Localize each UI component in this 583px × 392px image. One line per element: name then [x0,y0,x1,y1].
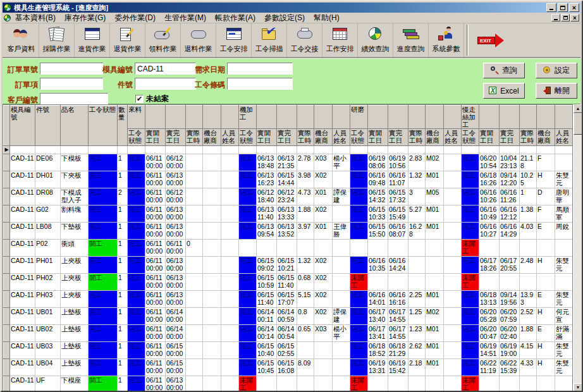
cell-stage1-end[interactable] [277,376,297,392]
cell-stage0-person[interactable] [221,376,239,392]
cell-stage0-end[interactable]: 06/13 00:00 [166,291,186,308]
cell-stage2-status[interactable] [350,240,368,257]
cell-part-no[interactable]: G02 [35,205,61,223]
cell-stage1-end[interactable]: 06/12 23:24 [277,188,297,205]
cell-stage0-status[interactable]: 完工 [128,342,145,359]
cell-stage1-end[interactable]: 06/14 00:59 [277,308,297,325]
empty-cell[interactable] [297,146,314,154]
cell-stage0-machine[interactable] [203,154,221,171]
cell-stage3-start[interactable]: 06/16 10:26 [479,188,500,205]
cell-stage2-hours[interactable]: 2.83 [408,154,426,171]
cell-stage1-start[interactable]: 06/15 10:45 [257,359,277,376]
table-row[interactable]: CAD-11UB01上墊板完工1完工06/11 00:0006/14 00:00… [4,308,573,325]
part-no-input[interactable] [135,78,196,90]
toolbar-button-goods-in[interactable]: 進貨作業 [75,23,110,57]
empty-cell[interactable] [500,146,520,154]
cell-stage1-end[interactable]: 06/15 14:44 [277,171,297,188]
cell-stage0-person[interactable] [221,205,239,223]
cell-stage0-machine[interactable] [203,274,221,291]
cell-stage3-status[interactable]: 完工 [462,359,479,376]
cell-stage0-hours[interactable] [186,325,203,342]
cell-stage2-machine[interactable]: M01 [426,205,444,223]
cell-stage2-status[interactable]: 未開工 [350,376,368,392]
cell-stage3-start[interactable]: 06/19 14:51 [479,342,500,359]
cell-stage1-person[interactable] [333,171,350,188]
toolbar-button-material-return[interactable]: 退料作業 [181,23,216,57]
cell-stage2-hours[interactable]: 2.25 [408,291,426,308]
cell-stage2-end[interactable]: 06/17 14:55 [388,308,408,325]
cell-stage3-hours[interactable] [520,376,537,392]
toolbar-button-material-issue[interactable]: 領料作業 [145,23,181,57]
cell-stage1-machine[interactable]: X02 [314,274,333,291]
cell-stage0-end[interactable]: 06/13 00:00 [166,223,186,240]
cell-stage2-start[interactable]: 06/19 13:31 [368,359,388,376]
cell-stage3-machine[interactable]: H [537,342,555,359]
cell-qty[interactable]: 1 [118,240,128,257]
cell-part-name[interactable]: 上夾板 [61,257,89,274]
cell-stage1-hours[interactable]: 3.97 [297,223,314,240]
cell-stage2-machine[interactable]: M01 [426,291,444,308]
cell-stage0-machine[interactable] [203,257,221,274]
cell-workorder-status[interactable]: 完工 [89,223,118,240]
cell-stage2-end[interactable] [388,274,408,291]
cell-stage0-start[interactable]: 06/11 00:00 [145,274,166,291]
cell-stage3-person[interactable]: 朱雙元 [555,257,573,274]
mdi-close-button[interactable]: × [570,14,579,21]
cell-stage0-person[interactable] [221,274,239,291]
cell-stage2-machine[interactable]: M01 [426,171,444,188]
toolbar-button-exit[interactable]: EXIT [471,23,512,57]
cell-stage1-end[interactable]: 06/13 13:33 [277,205,297,223]
cell-mold-no[interactable]: CAD-11 [10,376,35,392]
cell-stage1-start[interactable]: 06/15 09:02 [257,257,277,274]
cell-stage2-start[interactable] [368,274,388,291]
table-row[interactable]: CAD-11PH02上夾板開工1完工06/11 00:0006/13 00:00… [4,274,573,291]
cell-stage1-person[interactable] [333,257,350,274]
table-row[interactable]: CAD-11DH01下夾板完工1完工06/11 00:0006/13 00:00… [4,171,573,188]
cell-stage2-person[interactable] [444,240,462,257]
cell-stage3-machine[interactable]: F [537,205,555,223]
cell-stage1-person[interactable]: 楊小平 [333,325,350,342]
cell-stage3-end[interactable]: 06/16 11:26 [500,188,520,205]
table-row[interactable]: CAD-11UB04上墊板完工1完工06/11 00:0006/15 00:00… [4,359,573,376]
cell-stage3-person[interactable]: 何元宣 [555,308,573,325]
cell-stage2-start[interactable]: 06/19 08:06 [368,154,388,171]
empty-cell[interactable] [408,146,426,154]
cell-stage1-hours[interactable]: 8.09 [297,359,314,376]
cell-stage3-status[interactable]: 完工 [462,171,479,188]
cell-stage1-end[interactable]: 06/15 10:21 [277,257,297,274]
cell-workorder-status[interactable]: 完工 [89,359,118,376]
cell-stage3-machine[interactable]: H [537,257,555,274]
cell-stage1-status[interactable] [239,240,257,257]
cell-stage1-end[interactable]: 06/15 17:07 [277,291,297,308]
cell-stage2-person[interactable] [444,171,462,188]
row-indicator[interactable] [4,257,10,274]
row-indicator[interactable] [4,171,10,188]
empty-cell[interactable] [203,146,221,154]
mold-no-input[interactable] [135,63,196,75]
cell-stage3-machine[interactable]: H [537,359,555,376]
toolbar-button-workorder-scan[interactable]: ✔工令掃描 [252,23,287,57]
cell-stage1-start[interactable]: 06/13 11:40 [257,205,277,223]
cell-stage0-start[interactable]: 06/11 00:00 [145,171,166,188]
cell-stage1-end[interactable]: 06/15 11:40 [277,274,297,291]
query-button[interactable]: 查詢 [483,63,525,78]
cell-stage3-person[interactable] [555,274,573,291]
cell-stage1-start[interactable] [257,240,277,257]
cell-stage0-machine[interactable] [203,240,221,257]
table-row[interactable]: CAD-11UF下模座開工1完工06/11 00:0006/13 00:00未開… [4,376,573,392]
cell-stage0-hours[interactable]: 0 [186,240,203,257]
cell-stage3-start[interactable] [479,274,500,291]
cell-qty[interactable]: 1 [118,205,128,223]
cell-stage1-hours[interactable]: 0.68 [297,274,314,291]
cell-mold-no[interactable]: CAD-11 [10,325,35,342]
cell-stage0-hours[interactable] [186,359,203,376]
cell-stage3-person[interactable]: 朱雙元 [555,359,573,376]
cell-stage2-status[interactable]: 完工 [350,223,368,240]
cell-part-name[interactable]: 上墊板 [61,342,89,359]
cell-workorder-status[interactable]: 完工 [89,257,118,274]
cell-stage2-machine[interactable]: M01 [426,359,444,376]
cell-stage3-person[interactable]: 朱雙元 [555,342,573,359]
cell-stage3-status[interactable]: 完工 [462,291,479,308]
cell-stage3-person[interactable]: 馬順軍 [555,205,573,223]
cell-workorder-status[interactable]: 完工 [89,342,118,359]
